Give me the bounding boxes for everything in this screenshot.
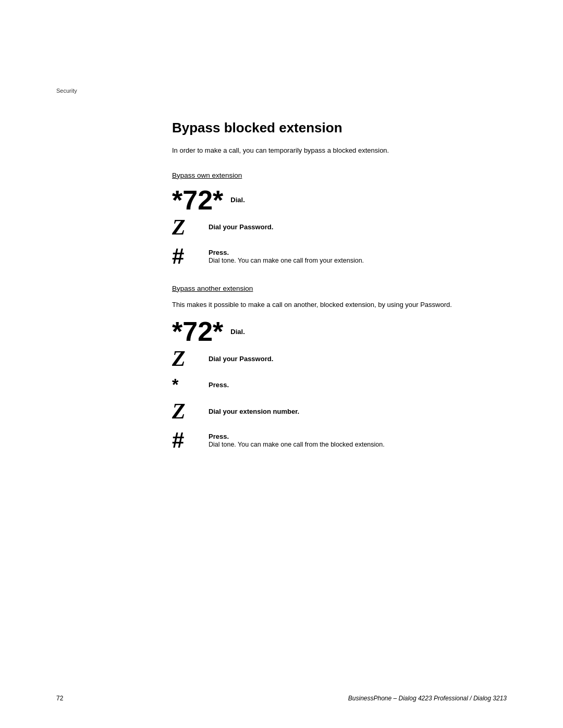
- bypass-another-key-z2: Z: [172, 399, 209, 424]
- bypass-another-section: Bypass another extension This makes it p…: [172, 285, 495, 453]
- footer: 72 BusinessPhone – Dialog 4223 Professio…: [0, 695, 563, 702]
- footer-title: BusinessPhone – Dialog 4223 Professional…: [348, 695, 507, 702]
- bypass-another-step-star: * Press.: [172, 375, 495, 394]
- bypass-own-title: Bypass own extension: [172, 171, 495, 179]
- bypass-another-star-bold: Press.: [209, 381, 229, 389]
- bypass-another-star-desc: Press.: [209, 381, 495, 389]
- bypass-own-step-z: Z Dial your Password.: [172, 215, 495, 240]
- bypass-another-key-hash: #: [172, 428, 209, 453]
- bypass-own-step-hash: # Press. Dial tone. You can make one cal…: [172, 244, 495, 269]
- bypass-another-step-z1: Z Dial your Password.: [172, 346, 495, 371]
- bypass-another-z1-desc: Dial your Password.: [209, 355, 495, 363]
- footer-page-number: 72: [56, 695, 63, 702]
- bypass-another-z2-bold: Dial your extension number.: [209, 408, 299, 415]
- bypass-own-hash-desc: Press. Dial tone. You can make one call …: [209, 249, 495, 264]
- bypass-own-code-row: *72* Dial.: [172, 187, 495, 214]
- bypass-another-dial-bold: Dial.: [230, 328, 244, 336]
- page-container: Security Bypass blocked extension In ord…: [0, 0, 563, 728]
- bypass-another-code-row: *72* Dial.: [172, 318, 495, 345]
- bypass-own-hash-bold: Press.: [209, 249, 229, 256]
- bypass-own-dial-label: Dial.: [230, 196, 495, 204]
- bypass-another-z1-bold: Dial your Password.: [209, 355, 273, 363]
- bypass-another-hash-desc: Press. Dial tone. You can make one call …: [209, 433, 495, 448]
- bypass-another-dial-label: Dial.: [230, 328, 495, 336]
- bypass-own-hash-sub: Dial tone. You can make one call from yo…: [209, 257, 364, 264]
- page-title: Bypass blocked extension: [172, 120, 495, 136]
- bypass-another-step-hash: # Press. Dial tone. You can make one cal…: [172, 428, 495, 453]
- section-label: Security: [56, 88, 77, 94]
- bypass-another-hash-sub: Dial tone. You can make one call from th…: [209, 441, 385, 448]
- bypass-another-step-z2: Z Dial your extension number.: [172, 399, 495, 424]
- bypass-another-key-star: *: [172, 375, 209, 394]
- bypass-another-code: *72*: [172, 318, 223, 345]
- bypass-own-dial-bold: Dial.: [230, 196, 244, 204]
- bypass-another-intro: This makes it possible to make a call on…: [172, 300, 495, 310]
- content-area: Bypass blocked extension In order to mak…: [172, 120, 495, 468]
- bypass-another-title: Bypass another extension: [172, 285, 495, 292]
- bypass-another-z2-desc: Dial your extension number.: [209, 408, 495, 415]
- bypass-own-key-hash: #: [172, 244, 209, 269]
- bypass-another-hash-bold: Press.: [209, 433, 229, 440]
- intro-text: In order to make a call, you can tempora…: [172, 145, 495, 156]
- bypass-own-z-bold: Dial your Password.: [209, 223, 273, 231]
- bypass-own-code: *72*: [172, 187, 223, 214]
- bypass-another-key-z1: Z: [172, 346, 209, 371]
- bypass-own-z-desc: Dial your Password.: [209, 223, 495, 231]
- bypass-own-section: Bypass own extension *72* Dial. Z Dial y…: [172, 171, 495, 269]
- bypass-own-key-z: Z: [172, 215, 209, 240]
